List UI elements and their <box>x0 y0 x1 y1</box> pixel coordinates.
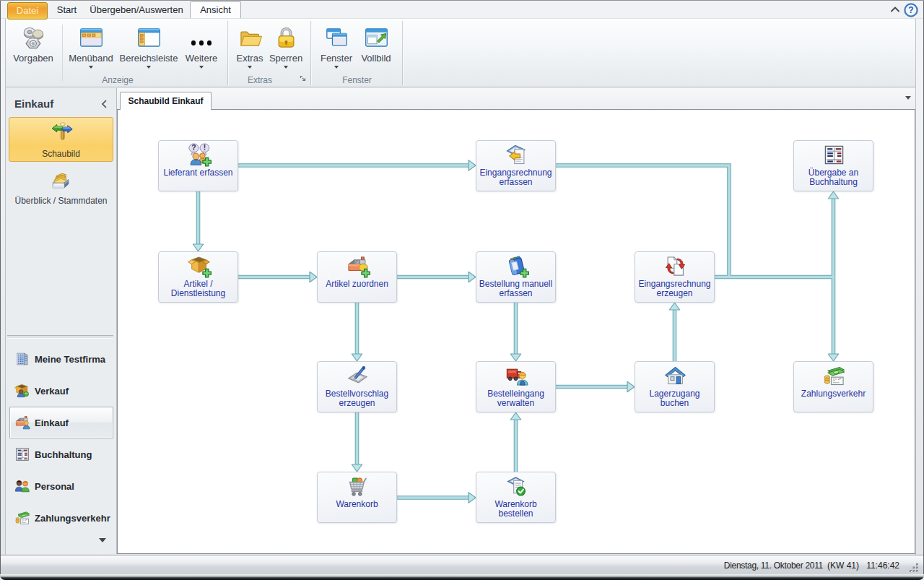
svg-text:!: ! <box>204 144 206 152</box>
svg-text:?: ? <box>908 5 913 15</box>
svg-text:?: ? <box>191 144 196 152</box>
